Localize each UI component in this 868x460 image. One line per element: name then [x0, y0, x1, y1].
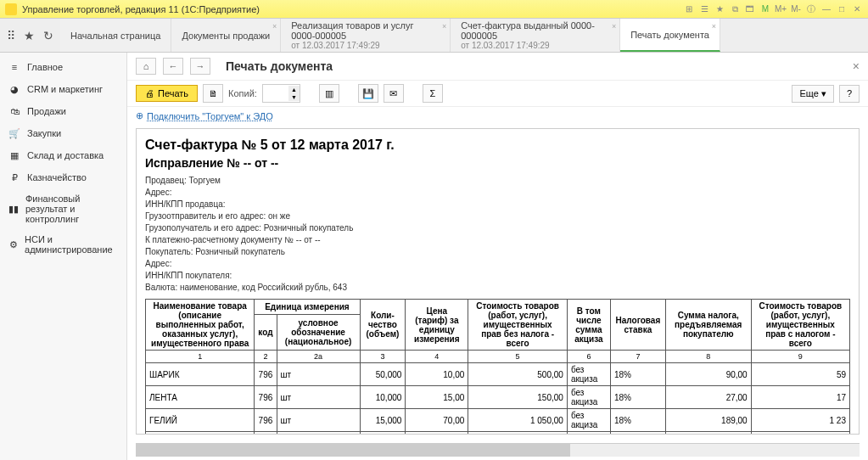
- sys-icon[interactable]: ☰: [698, 3, 710, 15]
- star-icon[interactable]: ★: [24, 29, 35, 42]
- sys-icon[interactable]: ⊞: [683, 3, 695, 15]
- tab-docs[interactable]: Документы продажи ×: [171, 19, 281, 52]
- preview-button[interactable]: 🗎: [203, 84, 223, 103]
- th-unit-code: код: [255, 314, 277, 350]
- sidebar-item-treasury[interactable]: ₽Казначейство: [0, 166, 126, 188]
- tool-button[interactable]: ▥: [319, 84, 339, 103]
- content-header: ⌂ ← → Печать документа ×: [127, 53, 868, 81]
- save-button[interactable]: 💾: [358, 84, 378, 103]
- spinner-down-icon[interactable]: ▼: [288, 93, 300, 101]
- sidebar-item-crm[interactable]: ◕CRM и маркетинг: [0, 78, 126, 100]
- sidebar: ≡Главное ◕CRM и маркетинг 🛍Продажи 🛒Заку…: [0, 53, 127, 460]
- help-button[interactable]: ?: [839, 85, 860, 103]
- sidebar-item-fin[interactable]: ▮▮Финансовый результат и контроллинг: [0, 188, 126, 229]
- close-icon[interactable]: ✕: [851, 3, 863, 15]
- tab-close-icon[interactable]: ×: [712, 22, 716, 31]
- main-area: ≡Главное ◕CRM и маркетинг 🛍Продажи 🛒Заку…: [0, 53, 868, 460]
- apps-icon[interactable]: ⠿: [7, 29, 15, 42]
- history-icon[interactable]: ↻: [43, 29, 53, 42]
- tab-sublabel: от 12.03.2017 17:49:29: [461, 41, 609, 50]
- th-tax: Сумма налога, предъявляемая покупателю: [665, 300, 751, 351]
- sidebar-item-sales[interactable]: 🛍Продажи: [0, 100, 126, 122]
- sidebar-label: Продажи: [27, 106, 66, 116]
- invoice-table: Наименование товара (описание выполненны…: [145, 299, 850, 435]
- th-total: Стоимость товаров (работ, услуг), имущес…: [751, 300, 849, 351]
- doc-title: Счет-фактура № 5 от 12 марта 2017 г.: [145, 137, 850, 153]
- sidebar-label: Казначейство: [27, 172, 87, 182]
- th-excise: В том числе сумма акциза: [567, 300, 610, 351]
- maximize-icon[interactable]: □: [836, 3, 848, 15]
- forward-button[interactable]: →: [190, 58, 210, 75]
- sidebar-item-main[interactable]: ≡Главное: [0, 56, 126, 78]
- more-button[interactable]: Еще ▾: [792, 85, 833, 103]
- print-label: Печать: [158, 88, 188, 98]
- mail-button[interactable]: ✉: [384, 84, 404, 103]
- sys-icon[interactable]: ⓘ: [805, 3, 817, 15]
- tab-home[interactable]: Начальная страница: [60, 19, 171, 52]
- tab-print[interactable]: Печать документа ×: [620, 19, 720, 52]
- back-button[interactable]: ←: [163, 58, 183, 75]
- content: ⌂ ← → Печать документа × 🖨 Печать 🗎 Копи…: [127, 53, 868, 460]
- money-icon: ₽: [8, 171, 20, 183]
- scrollbar-thumb[interactable]: [136, 444, 570, 457]
- document-preview[interactable]: Счет-фактура № 5 от 12 марта 2017 г. Исп…: [136, 128, 860, 435]
- doc-meta: Продавец: ТоргуемАдрес:ИНН/КПП продавца:…: [145, 175, 850, 294]
- th-unit-name: условное обозначение (национальное): [277, 314, 360, 350]
- tabbar-nav: ⠿ ★ ↻: [0, 19, 60, 52]
- th-rate: Налоговая ставка: [610, 300, 665, 351]
- sidebar-label: Главное: [27, 62, 63, 72]
- table-row: ГЕЛИЙ796шт15,00070,001 050,00без акциза1…: [146, 409, 850, 432]
- th-cost: Стоимость товаров (работ, услуг), имущес…: [468, 300, 568, 351]
- home-button[interactable]: ⌂: [136, 58, 156, 75]
- page-close-icon[interactable]: ×: [853, 59, 860, 73]
- horizontal-scrollbar[interactable]: [136, 443, 860, 457]
- app-icon: [5, 3, 17, 15]
- tab-close-icon[interactable]: ×: [442, 22, 446, 31]
- spinner-up-icon[interactable]: ▲: [288, 86, 300, 93]
- tab-label: Начальная страница: [70, 31, 160, 41]
- printer-icon: 🖨: [145, 88, 154, 98]
- tab-label: Счет-фактура выданный 0000-0000005: [461, 20, 609, 41]
- tab-invoice[interactable]: Счет-фактура выданный 0000-0000005 от 12…: [451, 19, 620, 52]
- print-button[interactable]: 🖨 Печать: [136, 85, 198, 102]
- th-qty: Коли-чество (объем): [360, 300, 406, 351]
- sidebar-item-nsi[interactable]: ⚙НСИ и администрирование: [0, 229, 126, 260]
- tab-label: Документы продажи: [182, 31, 270, 41]
- tab-label: Реализация товаров и услуг 0000-000005: [291, 20, 440, 41]
- copies-label: Копий:: [228, 88, 257, 98]
- sidebar-item-purchases[interactable]: 🛒Закупки: [0, 122, 126, 144]
- menu-icon: ≡: [8, 61, 20, 73]
- gear-icon: ⚙: [8, 238, 18, 250]
- copies-spinner[interactable]: ▲▼: [262, 84, 300, 103]
- edo-link[interactable]: Подключить "Торгуем" к ЭДО: [147, 111, 273, 121]
- minimize-icon[interactable]: —: [820, 3, 832, 15]
- table-row: ЛЕНТА796шт10,00015,00150,00без акциза18%…: [146, 386, 850, 409]
- th-price: Цена (тариф) за единицу измерения: [406, 300, 468, 351]
- sidebar-label: CRM и маркетинг: [27, 84, 103, 94]
- cart-icon: 🛒: [8, 127, 20, 139]
- tab-close-icon[interactable]: ×: [272, 22, 277, 31]
- toolbar: 🖨 Печать 🗎 Копий: ▲▼ ▥ 💾 ✉ Σ Еще ▾ ?: [127, 81, 868, 107]
- sum-button[interactable]: Σ: [423, 84, 443, 103]
- sys-icon[interactable]: M+: [775, 3, 787, 15]
- edo-link-row: ⊕ Подключить "Торгуем" к ЭДО: [127, 107, 868, 125]
- tab-close-icon[interactable]: ×: [612, 22, 616, 31]
- th-unit: Единица измерения: [255, 300, 360, 315]
- sys-icon[interactable]: ⧉: [729, 3, 741, 15]
- th-name: Наименование товара (описание выполненны…: [146, 300, 255, 351]
- link-icon: ⊕: [136, 110, 143, 121]
- tabs: Начальная страница Документы продажи × Р…: [60, 19, 868, 52]
- sidebar-item-warehouse[interactable]: ▦Склад и доставка: [0, 144, 126, 166]
- sys-icon[interactable]: M-: [790, 3, 802, 15]
- sys-icon[interactable]: 🗔: [744, 3, 756, 15]
- sidebar-label: НСИ и администрирование: [25, 234, 118, 255]
- tab-realization[interactable]: Реализация товаров и услуг 0000-000005 о…: [281, 19, 451, 52]
- window-titlebar: Управление торговлей, редакция 11 (1С:Пр…: [0, 0, 868, 19]
- sys-icon[interactable]: M: [759, 3, 771, 15]
- more-label: Еще: [799, 88, 818, 98]
- sys-icon[interactable]: ★: [714, 3, 725, 15]
- grid-icon: ▦: [8, 149, 20, 161]
- page-title: Печать документа: [226, 59, 333, 73]
- bars-icon: ▮▮: [8, 203, 19, 215]
- sidebar-label: Закупки: [27, 128, 61, 138]
